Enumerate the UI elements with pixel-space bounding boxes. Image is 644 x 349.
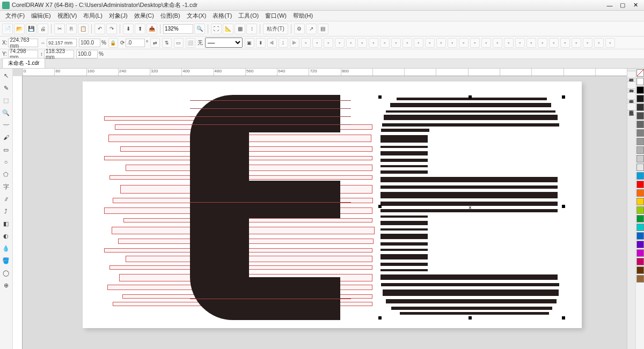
new-button[interactable]: 📄	[2, 24, 13, 34]
wrap-button[interactable]: ▣	[245, 38, 254, 48]
tb18[interactable]: ▫	[493, 38, 502, 48]
close-button[interactable]: ✕	[629, 1, 642, 10]
color-swatch[interactable]	[636, 241, 644, 248]
color-swatch[interactable]	[636, 215, 644, 222]
selection-handle-se[interactable]	[562, 316, 565, 320]
dropshadow-tool[interactable]: ◧	[0, 218, 12, 229]
minimize-button[interactable]: —	[603, 1, 616, 10]
tb27[interactable]: ▫	[594, 38, 604, 48]
tb23[interactable]: ▫	[549, 38, 559, 48]
shape-tool[interactable]: ✎	[0, 82, 12, 94]
tb9[interactable]: ▫	[391, 38, 401, 48]
tb20[interactable]: ▫	[515, 38, 525, 48]
guides-button[interactable]: ⫶	[246, 24, 257, 34]
menu-effect[interactable]: 效果(C)	[131, 11, 157, 21]
lock-ratio-button[interactable]: 🔒	[108, 38, 118, 48]
color-swatch[interactable]	[636, 224, 644, 231]
color-swatch[interactable]	[636, 86, 644, 94]
selection-handle-w[interactable]	[378, 205, 382, 208]
menu-bitmap[interactable]: 位图(B)	[157, 11, 184, 21]
tb21[interactable]: ▫	[526, 38, 536, 48]
color-swatch[interactable]	[636, 275, 644, 283]
tb19[interactable]: ▫	[504, 38, 514, 48]
connector-tool[interactable]: ⤴	[0, 205, 12, 217]
selection-handle-s[interactable]	[469, 316, 472, 320]
color-swatch[interactable]	[636, 198, 644, 205]
menu-view[interactable]: 视图(V)	[54, 11, 80, 21]
fullscreen-button[interactable]: ⛶	[211, 24, 222, 34]
docker-bitmap-mask[interactable]: 位图颜色遮罩	[627, 103, 636, 110]
selection-handle-e[interactable]	[562, 205, 565, 208]
selection-handle-ne[interactable]	[562, 95, 565, 99]
color-swatch[interactable]	[636, 189, 644, 197]
fill-indicator[interactable]: ⬜	[186, 38, 195, 48]
vertical-ruler[interactable]	[13, 76, 23, 349]
tb8[interactable]: ▫	[380, 38, 390, 48]
cut-button[interactable]: ✂	[54, 24, 65, 34]
menu-object[interactable]: 对象(J)	[106, 11, 131, 21]
menu-file[interactable]: 文件(F)	[2, 11, 28, 21]
color-swatch[interactable]	[636, 232, 644, 240]
text-tool[interactable]: 字	[0, 181, 12, 192]
no-fill-swatch[interactable]	[636, 69, 644, 77]
export-button[interactable]: ⬆	[135, 24, 145, 34]
grid-button[interactable]: ▦	[235, 24, 245, 34]
menu-help[interactable]: 帮助(H)	[290, 11, 316, 21]
color-palette[interactable]	[635, 69, 644, 349]
document-tab[interactable]: 未命名 -1.cdr	[2, 58, 45, 68]
eyedropper-tool[interactable]: 💧	[0, 242, 12, 254]
tb13[interactable]: ▫	[436, 38, 446, 48]
tb5[interactable]: ▫	[346, 38, 356, 48]
import-button[interactable]: ⬇	[123, 24, 134, 34]
color-swatch[interactable]	[636, 78, 644, 85]
outline-tool[interactable]: ◯	[0, 267, 12, 279]
zoom-combo[interactable]	[163, 24, 193, 34]
scalex-value[interactable]: 100.0	[79, 39, 100, 47]
color-swatch[interactable]	[636, 146, 644, 154]
artwork-e-left[interactable]	[104, 95, 413, 320]
docker-align[interactable]: 对齐与分布	[627, 81, 636, 89]
tb1[interactable]: ▫	[301, 38, 311, 48]
selection-handle-nw[interactable]	[378, 95, 382, 99]
tb7[interactable]: ▫	[369, 38, 378, 48]
color-swatch[interactable]	[636, 181, 644, 188]
publish-button[interactable]: 📤	[147, 24, 157, 34]
rectangle-tool[interactable]: ▭	[0, 144, 12, 155]
launch-button[interactable]: ↗	[306, 24, 317, 34]
selection-handle-sw[interactable]	[378, 316, 382, 320]
menu-window[interactable]: 窗口(W)	[262, 11, 290, 21]
page[interactable]: ×	[83, 81, 582, 328]
artwork-e-right-selected[interactable]: ×	[380, 98, 563, 317]
color-swatch[interactable]	[636, 112, 644, 120]
app-button[interactable]: ▤	[318, 24, 328, 34]
canvas[interactable]: 080160240320400480560640720800	[13, 69, 627, 349]
more-tool[interactable]: ⊕	[0, 279, 12, 291]
tb22[interactable]: ▫	[538, 38, 547, 48]
undo-button[interactable]: ↶	[94, 24, 105, 34]
menu-edit[interactable]: 编辑(E)	[28, 11, 54, 21]
docker-step[interactable]: 步长和重复	[627, 92, 636, 100]
menu-tool[interactable]: 工具(O)	[235, 11, 262, 21]
tb16[interactable]: ▫	[470, 38, 480, 48]
tb17[interactable]: ▫	[481, 38, 491, 48]
redo-button[interactable]: ↷	[106, 24, 117, 34]
snap-dropdown[interactable]: 粘齐(T)	[263, 24, 288, 34]
tb26[interactable]: ▫	[583, 38, 592, 48]
color-swatch[interactable]	[636, 121, 644, 128]
freehand-tool[interactable]: 〰	[0, 119, 12, 131]
color-swatch[interactable]	[636, 249, 644, 257]
color-swatch[interactable]	[636, 103, 644, 111]
tb15[interactable]: ▫	[459, 38, 469, 48]
transparency-tool[interactable]: ◐	[0, 230, 12, 242]
artistic-tool[interactable]: 🖌	[0, 131, 12, 143]
x-value[interactable]: 224.763 mm	[8, 39, 38, 47]
align-right-button[interactable]: ⫸	[290, 38, 299, 48]
rulers-button[interactable]: 📐	[223, 24, 233, 34]
align-left-button[interactable]: ⫷	[267, 38, 277, 48]
mirror-v-button[interactable]: ⇅	[162, 38, 172, 48]
order-button[interactable]: ⬍	[256, 38, 266, 48]
tb12[interactable]: ▫	[425, 38, 435, 48]
tb6[interactable]: ▫	[357, 38, 367, 48]
tb11[interactable]: ▫	[414, 38, 423, 48]
zoom-tool[interactable]: 🔍	[0, 107, 12, 118]
